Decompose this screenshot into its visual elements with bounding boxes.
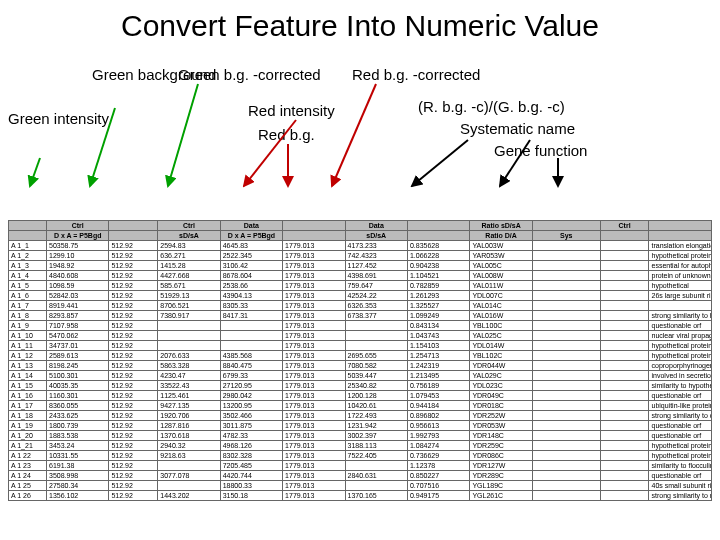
table-cell: 4968.126 <box>220 441 282 451</box>
table-cell: YDR044W <box>470 361 532 371</box>
table-cell: coproporphyrinogen iii oxidase <box>649 361 712 371</box>
table-header <box>9 221 47 231</box>
table-cell: 0.782859 <box>407 281 469 291</box>
table-cell: 512.92 <box>109 391 158 401</box>
table-cell: 512.92 <box>109 241 158 251</box>
table-cell: 1779.013 <box>283 481 345 491</box>
label-red-bg-corrected: Red b.g. -corrected <box>352 66 480 84</box>
table-cell: 5863.328 <box>158 361 220 371</box>
table-cell: 0.956613 <box>407 421 469 431</box>
table-cell: 2940.32 <box>158 441 220 451</box>
table-cell: strong similarity to members of the srp1… <box>649 491 712 501</box>
table-cell: 1.242319 <box>407 361 469 371</box>
table-cell: 0.944184 <box>407 401 469 411</box>
table-cell: translation elongation factor eef1beta <box>649 241 712 251</box>
table-cell <box>345 321 407 331</box>
table-cell <box>600 361 649 371</box>
table-header <box>649 221 712 231</box>
table-cell: 1779.013 <box>283 331 345 341</box>
table-cell <box>532 281 600 291</box>
table-cell: strong similarity to cyd1p and to human … <box>649 411 712 421</box>
table-header: Data <box>220 221 282 231</box>
table-cell: 1779.013 <box>283 291 345 301</box>
table-cell: 1127.452 <box>345 261 407 271</box>
table-cell: similarity to flocculins hypothetical pr… <box>649 461 712 471</box>
table-cell <box>532 301 600 311</box>
table-cell: 1125.461 <box>158 391 220 401</box>
table-cell: similarity to hypothetical protein ydl20… <box>649 381 712 391</box>
table-header: Ctrl <box>158 221 220 231</box>
table-cell: 512.92 <box>109 491 158 501</box>
table-cell: YDL007C <box>470 291 532 301</box>
table-cell <box>532 271 600 281</box>
table-cell: 34737.01 <box>47 341 109 351</box>
table-cell: A 1_13 <box>9 361 47 371</box>
table-cell: 512.92 <box>109 321 158 331</box>
table-cell: 40s small subunit ribosomal protein s26e… <box>649 481 712 491</box>
table-cell: YDR289C <box>470 471 532 481</box>
table-cell: A 1_21 <box>9 441 47 451</box>
table-cell: 1779.013 <box>283 451 345 461</box>
table-cell: 3502.466 <box>220 411 282 421</box>
annotation-area: Green intensity Green background Green b… <box>0 60 720 180</box>
table-cell: 1779.013 <box>283 351 345 361</box>
table-cell: 0.896802 <box>407 411 469 421</box>
table-cell: 8305.33 <box>220 301 282 311</box>
table-cell: 512.92 <box>109 341 158 351</box>
table-cell: 512.92 <box>109 411 158 421</box>
table-cell: YDL023C <box>470 381 532 391</box>
table-cell <box>532 241 600 251</box>
table-cell: A 1_16 <box>9 391 47 401</box>
table-cell: YDR127W <box>470 461 532 471</box>
table-cell: YAL005C <box>470 261 532 271</box>
table-cell: 0.904238 <box>407 261 469 271</box>
table-cell: YGL261C <box>470 491 532 501</box>
table-cell <box>532 321 600 331</box>
table-cell <box>158 331 220 341</box>
label-green-intensity: Green intensity <box>8 110 78 128</box>
label-red-bg: Red b.g. <box>258 126 315 144</box>
table-cell: 512.92 <box>109 331 158 341</box>
table-cell <box>600 241 649 251</box>
svg-line-6 <box>412 140 468 186</box>
table-cell: 1779.013 <box>283 311 345 321</box>
table-cell: 1779.013 <box>283 461 345 471</box>
table-header: D x A = P5Bgd <box>220 231 282 241</box>
table-cell: 1.066228 <box>407 251 469 261</box>
table-cell: 742.4323 <box>345 251 407 261</box>
table-cell: 1.099249 <box>407 311 469 321</box>
table-cell: 0.756189 <box>407 381 469 391</box>
table-cell: hypothetical protein <box>649 351 712 361</box>
table-cell: 6799.33 <box>220 371 282 381</box>
table-cell: 4173.233 <box>345 241 407 251</box>
table-cell: 1.254713 <box>407 351 469 361</box>
table-cell: questionable orf <box>649 391 712 401</box>
table-cell <box>158 461 220 471</box>
table-cell: 33522.43 <box>158 381 220 391</box>
table-cell <box>345 461 407 471</box>
table-cell <box>600 391 649 401</box>
table-cell: YAL025C <box>470 331 532 341</box>
table-cell: questionable orf <box>649 431 712 441</box>
table-cell: 13200.95 <box>220 401 282 411</box>
table-cell: 3453.24 <box>47 441 109 451</box>
table-cell <box>532 401 600 411</box>
table-cell: 1415.28 <box>158 261 220 271</box>
table-cell: YDR259C <box>470 441 532 451</box>
table-header: sD/sA <box>345 231 407 241</box>
table-cell: 512.92 <box>109 441 158 451</box>
table-cell: 3150.18 <box>220 491 282 501</box>
table-cell: 0.707516 <box>407 481 469 491</box>
table-cell: 18800.33 <box>220 481 282 491</box>
table-cell: A 1_4 <box>9 271 47 281</box>
table-cell <box>600 451 649 461</box>
table-cell: 6191.38 <box>47 461 109 471</box>
table-cell: 7080.582 <box>345 361 407 371</box>
table-cell: 0.843134 <box>407 321 469 331</box>
table-cell: 1.043743 <box>407 331 469 341</box>
table-header: Ratio sD/sA <box>470 221 532 231</box>
table-cell <box>220 331 282 341</box>
table-cell: 25340.82 <box>345 381 407 391</box>
table-cell: 512.92 <box>109 471 158 481</box>
table-cell <box>345 331 407 341</box>
